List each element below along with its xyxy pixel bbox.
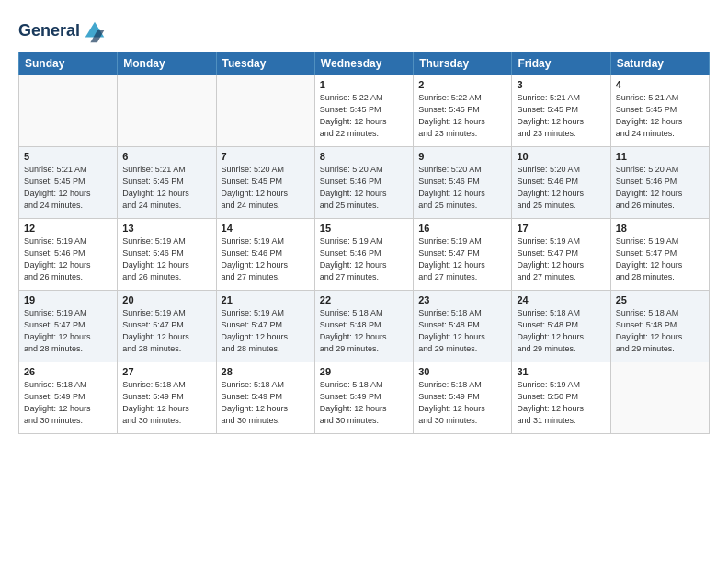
day-number: 11 xyxy=(616,151,704,162)
calendar-cell: 14Sunrise: 5:19 AM Sunset: 5:46 PM Dayli… xyxy=(216,219,314,291)
calendar-cell: 10Sunrise: 5:20 AM Sunset: 5:46 PM Dayli… xyxy=(512,147,610,219)
calendar-cell: 23Sunrise: 5:18 AM Sunset: 5:48 PM Dayli… xyxy=(414,291,512,362)
day-number: 27 xyxy=(122,366,210,377)
day-info: Sunrise: 5:19 AM Sunset: 5:46 PM Dayligh… xyxy=(320,236,408,283)
calendar-table: SundayMondayTuesdayWednesdayThursdayFrid… xyxy=(18,52,710,434)
day-info: Sunrise: 5:21 AM Sunset: 5:45 PM Dayligh… xyxy=(517,92,605,140)
day-number: 7 xyxy=(222,151,310,162)
calendar-header-tuesday: Tuesday xyxy=(216,52,314,75)
calendar-cell: 17Sunrise: 5:19 AM Sunset: 5:47 PM Dayli… xyxy=(512,219,610,291)
logo-icon xyxy=(82,18,108,44)
calendar-cell xyxy=(610,362,709,434)
day-info: Sunrise: 5:19 AM Sunset: 5:47 PM Dayligh… xyxy=(222,307,310,355)
calendar-cell: 22Sunrise: 5:18 AM Sunset: 5:48 PM Dayli… xyxy=(314,291,413,362)
calendar-week-row: 26Sunrise: 5:18 AM Sunset: 5:49 PM Dayli… xyxy=(19,362,710,434)
day-info: Sunrise: 5:19 AM Sunset: 5:47 PM Dayligh… xyxy=(517,236,605,283)
day-info: Sunrise: 5:20 AM Sunset: 5:46 PM Dayligh… xyxy=(616,164,704,212)
calendar-cell: 26Sunrise: 5:18 AM Sunset: 5:49 PM Dayli… xyxy=(19,362,118,434)
calendar-header-wednesday: Wednesday xyxy=(314,52,413,75)
day-number: 15 xyxy=(320,223,408,234)
calendar-cell: 20Sunrise: 5:19 AM Sunset: 5:47 PM Dayli… xyxy=(118,291,216,362)
day-info: Sunrise: 5:21 AM Sunset: 5:45 PM Dayligh… xyxy=(616,92,704,140)
day-number: 29 xyxy=(320,366,408,377)
day-number: 2 xyxy=(418,79,506,90)
day-number: 31 xyxy=(517,366,605,377)
calendar-cell: 4Sunrise: 5:21 AM Sunset: 5:45 PM Daylig… xyxy=(610,75,709,147)
calendar-header-thursday: Thursday xyxy=(414,52,512,75)
day-number: 1 xyxy=(320,79,408,90)
day-number: 28 xyxy=(222,366,310,377)
day-number: 23 xyxy=(418,294,506,305)
day-info: Sunrise: 5:18 AM Sunset: 5:48 PM Dayligh… xyxy=(517,307,605,355)
calendar-cell: 3Sunrise: 5:21 AM Sunset: 5:45 PM Daylig… xyxy=(512,75,610,147)
day-info: Sunrise: 5:18 AM Sunset: 5:49 PM Dayligh… xyxy=(24,379,112,427)
day-info: Sunrise: 5:22 AM Sunset: 5:45 PM Dayligh… xyxy=(418,92,506,140)
calendar-cell: 8Sunrise: 5:20 AM Sunset: 5:46 PM Daylig… xyxy=(314,147,413,219)
calendar-cell: 15Sunrise: 5:19 AM Sunset: 5:46 PM Dayli… xyxy=(314,219,413,291)
calendar-cell: 12Sunrise: 5:19 AM Sunset: 5:46 PM Dayli… xyxy=(19,219,118,291)
calendar-cell xyxy=(19,75,118,147)
calendar-cell: 6Sunrise: 5:21 AM Sunset: 5:45 PM Daylig… xyxy=(118,147,216,219)
day-number: 17 xyxy=(517,223,605,234)
calendar-header-saturday: Saturday xyxy=(610,52,709,75)
calendar-cell xyxy=(216,75,314,147)
calendar-cell xyxy=(118,75,216,147)
calendar-header-sunday: Sunday xyxy=(19,52,118,75)
day-number: 16 xyxy=(418,223,506,234)
day-info: Sunrise: 5:18 AM Sunset: 5:49 PM Dayligh… xyxy=(122,379,210,427)
calendar-cell: 5Sunrise: 5:21 AM Sunset: 5:45 PM Daylig… xyxy=(19,147,118,219)
day-info: Sunrise: 5:20 AM Sunset: 5:45 PM Dayligh… xyxy=(222,164,310,212)
calendar-cell: 7Sunrise: 5:20 AM Sunset: 5:45 PM Daylig… xyxy=(216,147,314,219)
calendar-cell: 9Sunrise: 5:20 AM Sunset: 5:46 PM Daylig… xyxy=(414,147,512,219)
day-number: 14 xyxy=(222,223,310,234)
calendar-week-row: 5Sunrise: 5:21 AM Sunset: 5:45 PM Daylig… xyxy=(19,147,710,219)
day-number: 25 xyxy=(616,294,704,305)
calendar-cell: 18Sunrise: 5:19 AM Sunset: 5:47 PM Dayli… xyxy=(610,219,709,291)
day-number: 21 xyxy=(222,294,310,305)
calendar-cell: 27Sunrise: 5:18 AM Sunset: 5:49 PM Dayli… xyxy=(118,362,216,434)
day-number: 4 xyxy=(616,79,704,90)
logo-text: General xyxy=(18,22,80,40)
day-info: Sunrise: 5:19 AM Sunset: 5:47 PM Dayligh… xyxy=(122,307,210,355)
day-info: Sunrise: 5:19 AM Sunset: 5:46 PM Dayligh… xyxy=(24,236,112,283)
day-info: Sunrise: 5:20 AM Sunset: 5:46 PM Dayligh… xyxy=(418,164,506,212)
day-number: 30 xyxy=(418,366,506,377)
day-number: 10 xyxy=(517,151,605,162)
calendar-cell: 28Sunrise: 5:18 AM Sunset: 5:49 PM Dayli… xyxy=(216,362,314,434)
page: General SundayMondayTuesdayWednesdayThur… xyxy=(0,0,728,443)
calendar-cell: 24Sunrise: 5:18 AM Sunset: 5:48 PM Dayli… xyxy=(512,291,610,362)
calendar-week-row: 12Sunrise: 5:19 AM Sunset: 5:46 PM Dayli… xyxy=(19,219,710,291)
calendar-header-row: SundayMondayTuesdayWednesdayThursdayFrid… xyxy=(19,52,710,75)
calendar-cell: 31Sunrise: 5:19 AM Sunset: 5:50 PM Dayli… xyxy=(512,362,610,434)
calendar-week-row: 1Sunrise: 5:22 AM Sunset: 5:45 PM Daylig… xyxy=(19,75,710,147)
calendar-cell: 11Sunrise: 5:20 AM Sunset: 5:46 PM Dayli… xyxy=(610,147,709,219)
calendar-cell: 1Sunrise: 5:22 AM Sunset: 5:45 PM Daylig… xyxy=(314,75,413,147)
calendar-cell: 16Sunrise: 5:19 AM Sunset: 5:47 PM Dayli… xyxy=(414,219,512,291)
day-number: 20 xyxy=(122,294,210,305)
day-info: Sunrise: 5:19 AM Sunset: 5:47 PM Dayligh… xyxy=(616,236,704,283)
day-info: Sunrise: 5:21 AM Sunset: 5:45 PM Dayligh… xyxy=(24,164,112,212)
calendar-cell: 21Sunrise: 5:19 AM Sunset: 5:47 PM Dayli… xyxy=(216,291,314,362)
day-number: 13 xyxy=(122,223,210,234)
calendar-header-friday: Friday xyxy=(512,52,610,75)
day-number: 9 xyxy=(418,151,506,162)
day-info: Sunrise: 5:22 AM Sunset: 5:45 PM Dayligh… xyxy=(320,92,408,140)
day-number: 3 xyxy=(517,79,605,90)
day-number: 8 xyxy=(320,151,408,162)
day-info: Sunrise: 5:20 AM Sunset: 5:46 PM Dayligh… xyxy=(517,164,605,212)
day-info: Sunrise: 5:18 AM Sunset: 5:48 PM Dayligh… xyxy=(418,307,506,355)
day-info: Sunrise: 5:19 AM Sunset: 5:46 PM Dayligh… xyxy=(222,236,310,283)
day-info: Sunrise: 5:18 AM Sunset: 5:49 PM Dayligh… xyxy=(320,379,408,427)
day-number: 26 xyxy=(24,366,112,377)
calendar-cell: 13Sunrise: 5:19 AM Sunset: 5:46 PM Dayli… xyxy=(118,219,216,291)
day-number: 18 xyxy=(616,223,704,234)
day-info: Sunrise: 5:19 AM Sunset: 5:47 PM Dayligh… xyxy=(24,307,112,355)
day-info: Sunrise: 5:18 AM Sunset: 5:48 PM Dayligh… xyxy=(616,307,704,355)
calendar-cell: 2Sunrise: 5:22 AM Sunset: 5:45 PM Daylig… xyxy=(414,75,512,147)
day-number: 5 xyxy=(24,151,112,162)
header: General xyxy=(18,18,710,44)
logo: General xyxy=(18,18,108,44)
day-number: 19 xyxy=(24,294,112,305)
calendar-cell: 29Sunrise: 5:18 AM Sunset: 5:49 PM Dayli… xyxy=(314,362,413,434)
calendar-cell: 19Sunrise: 5:19 AM Sunset: 5:47 PM Dayli… xyxy=(19,291,118,362)
